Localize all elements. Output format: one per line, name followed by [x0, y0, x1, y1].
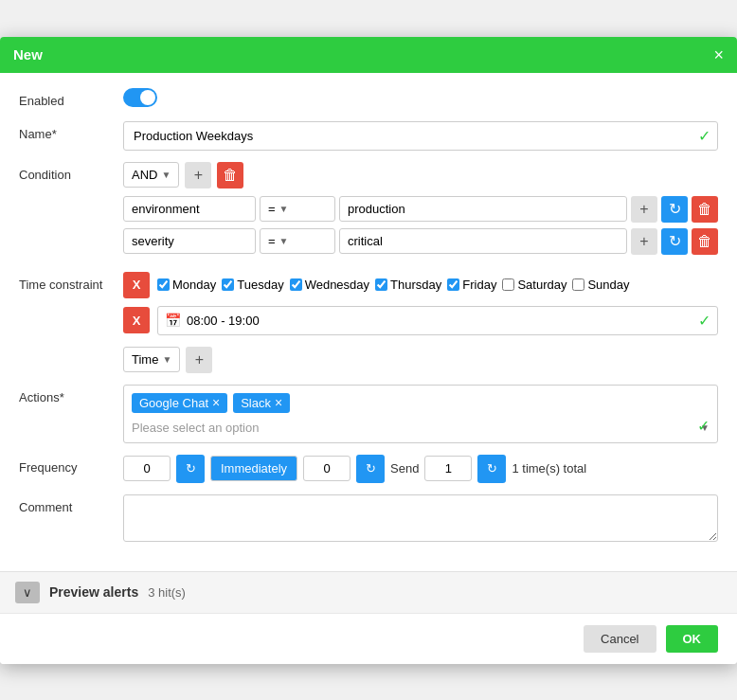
- condition-delete-button[interactable]: 🗑: [217, 162, 243, 188]
- day-monday-label: Monday: [172, 278, 216, 292]
- chevron-down-icon: ▼: [162, 354, 171, 365]
- tag-google-chat-label: Google Chat: [139, 396, 208, 410]
- modal-body: Enabled Name* ✓ Condition AND ▼: [0, 73, 737, 571]
- time-type-label: Time: [132, 352, 158, 367]
- tag-slack: Slack ×: [233, 393, 290, 413]
- day-saturday-check[interactable]: [502, 278, 514, 291]
- modal: New × Enabled Name* ✓ Condition: [0, 37, 737, 664]
- tag-slack-label: Slack: [241, 396, 271, 410]
- day-tuesday[interactable]: Tuesday: [222, 278, 283, 292]
- chevron-down-icon: ▼: [279, 236, 289, 246]
- day-sunday[interactable]: Sunday: [572, 278, 629, 292]
- condition-label: Condition: [19, 162, 123, 182]
- day-sunday-label: Sunday: [587, 278, 629, 292]
- enabled-row: Enabled: [19, 88, 718, 110]
- times-label: 1 time(s) total: [512, 461, 586, 476]
- time-range-input[interactable]: [157, 306, 718, 335]
- condition-row: Condition AND ▼ + 🗑 environment = ▼: [19, 162, 718, 260]
- modal-title: New: [13, 46, 43, 63]
- day-friday-check[interactable]: [447, 278, 459, 291]
- modal-footer: Cancel OK: [0, 613, 737, 664]
- day-wednesday[interactable]: Wednesday: [290, 278, 369, 292]
- enabled-label: Enabled: [19, 88, 123, 108]
- condition-row-1: environment = ▼ production + ↻ 🗑: [123, 196, 718, 223]
- time-constraint-row: Time constraint X Monday Tuesday: [19, 272, 718, 373]
- condition-control: AND ▼ + 🗑 environment = ▼ production + ↻: [123, 162, 718, 260]
- cond-add-button-1[interactable]: +: [631, 196, 657, 223]
- day-tuesday-check[interactable]: [222, 278, 234, 291]
- frequency-label: Frequency: [19, 455, 123, 475]
- actions-control: Google Chat × Slack × Please select an o…: [123, 385, 718, 443]
- cancel-button[interactable]: Cancel: [584, 625, 656, 653]
- days-checkboxes: Monday Tuesday Wednesday Thursday: [157, 278, 630, 292]
- cond-add-button-2[interactable]: +: [631, 228, 657, 255]
- cond-field-2: severity: [123, 228, 256, 254]
- and-select[interactable]: AND ▼: [123, 162, 179, 188]
- actions-dropdown[interactable]: Please select an option ▼: [132, 421, 710, 435]
- day-saturday[interactable]: Saturday: [502, 278, 566, 292]
- freq-refresh-button-1[interactable]: ↻: [176, 455, 205, 483]
- preview-toggle-button[interactable]: ∨: [15, 582, 40, 603]
- day-thursday-check[interactable]: [375, 278, 387, 291]
- cond-field-1: environment: [123, 196, 256, 222]
- day-thursday[interactable]: Thursday: [375, 278, 441, 292]
- cond-refresh-button-1[interactable]: ↻: [661, 196, 688, 223]
- and-label: AND: [132, 168, 157, 182]
- time-type-select[interactable]: Time ▼: [123, 347, 180, 372]
- frequency-control: ↻ Immediately ↻ Send ↻ 1 time(s) total: [123, 455, 718, 483]
- close-button[interactable]: ×: [713, 46, 724, 63]
- cond-op-2[interactable]: = ▼: [260, 228, 335, 254]
- day-wednesday-check[interactable]: [290, 278, 302, 291]
- day-monday[interactable]: Monday: [157, 278, 216, 292]
- actions-label: Actions*: [19, 385, 123, 404]
- freq-input-1[interactable]: [123, 456, 171, 481]
- comment-textarea[interactable]: [123, 494, 718, 542]
- actions-select-row: Please select an option ▼: [132, 421, 710, 435]
- enabled-control: [123, 88, 718, 110]
- tag-slack-close[interactable]: ×: [275, 396, 282, 409]
- cond-op-label-2: =: [268, 234, 276, 248]
- actions-row: Actions* Google Chat × Slack ×: [19, 385, 718, 443]
- cond-val-1: production: [339, 196, 627, 222]
- chevron-down-icon: ▼: [161, 170, 171, 180]
- time-remove-button[interactable]: X: [123, 307, 150, 333]
- ok-button[interactable]: OK: [666, 625, 719, 653]
- name-check-icon: ✓: [698, 127, 710, 145]
- days-remove-button[interactable]: X: [123, 272, 150, 298]
- time-input-wrap: 📅 ✓: [157, 306, 718, 335]
- name-row: Name* ✓: [19, 121, 718, 151]
- freq-input-3[interactable]: [424, 456, 472, 481]
- actions-check-icon: ✓: [697, 417, 710, 435]
- enabled-toggle[interactable]: [123, 88, 157, 107]
- condition-top: AND ▼ + 🗑: [123, 162, 718, 188]
- condition-add-button[interactable]: +: [185, 162, 211, 188]
- day-sunday-check[interactable]: [572, 278, 584, 291]
- actions-placeholder: Please select an option: [132, 421, 259, 435]
- name-input[interactable]: [123, 121, 718, 151]
- preview-hits: 3 hit(s): [148, 585, 186, 600]
- cond-op-1[interactable]: = ▼: [260, 196, 335, 222]
- actions-tags: Google Chat × Slack ×: [132, 393, 710, 413]
- time-type-row: Time ▼ +: [123, 347, 718, 373]
- day-saturday-label: Saturday: [517, 278, 566, 292]
- day-friday[interactable]: Friday: [447, 278, 496, 292]
- name-label: Name*: [19, 121, 123, 141]
- cond-del-button-1[interactable]: 🗑: [692, 196, 718, 223]
- freq-input-2[interactable]: [303, 456, 351, 481]
- freq-refresh-button-3[interactable]: ↻: [477, 455, 506, 483]
- tag-google-chat-close[interactable]: ×: [212, 396, 220, 409]
- day-monday-check[interactable]: [157, 278, 170, 291]
- time-add-button[interactable]: +: [186, 347, 212, 373]
- freq-refresh-button-2[interactable]: ↻: [356, 455, 385, 483]
- time-range-row: X 📅 ✓: [123, 306, 718, 335]
- cond-del-button-2[interactable]: 🗑: [692, 228, 718, 255]
- actions-box: Google Chat × Slack × Please select an o…: [123, 385, 718, 443]
- tag-google-chat: Google Chat ×: [132, 393, 227, 413]
- immediately-label: Immediately: [210, 456, 297, 481]
- name-input-wrap: ✓: [123, 121, 718, 151]
- day-friday-label: Friday: [462, 278, 496, 292]
- send-label: Send: [390, 461, 419, 476]
- cond-op-label-1: =: [268, 202, 276, 216]
- modal-header: New ×: [0, 37, 737, 73]
- cond-refresh-button-2[interactable]: ↻: [661, 228, 688, 255]
